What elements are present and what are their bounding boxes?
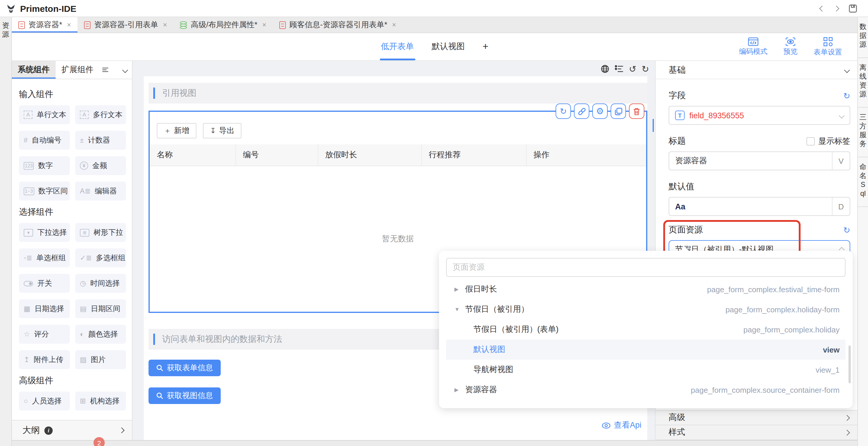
table-header-cell[interactable]: 编号	[236, 144, 318, 166]
document-tab-3[interactable]: 顾客信息-资源容器引用表单*×	[273, 17, 403, 33]
title-var-button[interactable]: V	[832, 152, 850, 170]
left-rail-tab-resources[interactable]: 资源	[2, 21, 9, 39]
outline-expand-icon[interactable]	[119, 427, 125, 433]
arrow-collapsed-icon[interactable]: ▶	[455, 286, 465, 292]
dropdown-item-4[interactable]: 导航树视图view_1	[446, 360, 845, 380]
arrow-expanded-icon[interactable]: ▼	[455, 307, 465, 312]
dropdown-scrollbar[interactable]	[848, 345, 851, 383]
info-icon[interactable]: i	[44, 426, 53, 435]
palette-tab-extension[interactable]: 扩展组件	[56, 61, 99, 79]
palette-scroll[interactable]: 输入组件A单行文本A多行文本#自动编号±计数器123数字¥金额1~3数字区间A≣…	[12, 79, 132, 420]
view-tab-0[interactable]: 低开表单	[381, 33, 414, 60]
title-input[interactable]: 资源容器 V	[669, 152, 850, 170]
delete-icon[interactable]	[629, 103, 644, 119]
auto-number-icon: #	[24, 136, 28, 144]
close-icon[interactable]: ×	[392, 21, 396, 29]
default-var-button[interactable]: D	[832, 197, 850, 215]
top-action-0[interactable]: 编码模式	[739, 37, 767, 57]
document-tab-1[interactable]: 资源容器-引用表单×	[78, 17, 174, 33]
add-button[interactable]: ＋ 新增	[157, 123, 196, 138]
page-resource-dropdown: 页面资源 ▶假日时长page_form_complex.festival_tim…	[439, 251, 852, 408]
palette-item-dropdown-select[interactable]: ▾下拉选择	[19, 223, 70, 242]
export-button[interactable]: ↧ 导出	[203, 123, 241, 138]
document-tab-0[interactable]: 资源容器*×	[12, 17, 78, 33]
dropdown-item-1[interactable]: ▼节假日（被引用）page_form_complex.holiday-form	[446, 299, 845, 319]
globe-icon[interactable]	[600, 64, 610, 73]
gear-icon[interactable]: ⚙	[592, 103, 608, 119]
palette-item-date-range[interactable]: ▤日期区间	[75, 299, 126, 318]
palette-item-org-select[interactable]: ⊞机构选择	[75, 391, 126, 411]
props-section-basic[interactable]: 基础	[656, 61, 857, 79]
palette-list-icon[interactable]	[102, 61, 109, 79]
view-tab-1[interactable]: 默认视图	[432, 33, 465, 60]
palette-tab-system[interactable]: 系统组件	[12, 61, 56, 79]
default-value-input[interactable]: Aa D	[669, 197, 850, 216]
document-tab-2[interactable]: 高级/布局控件属性*×	[174, 17, 273, 33]
table-header-cell[interactable]: 名称	[150, 144, 236, 166]
view-api-link[interactable]: 查看Api	[144, 420, 647, 440]
palette-item-editor[interactable]: A≣编辑器	[75, 182, 126, 200]
props-section-style[interactable]: 样式	[656, 425, 857, 440]
palette-collapse-icon[interactable]	[123, 61, 127, 79]
dropdown-item-3[interactable]: 默认视图view	[446, 340, 845, 360]
palette-item-color-picker[interactable]: ◐颜色选择	[75, 325, 126, 344]
save-icon[interactable]	[848, 4, 857, 13]
undo-icon[interactable]: ↺	[629, 64, 637, 73]
table-header-cell[interactable]: 放假时长	[318, 144, 421, 166]
palette-item-date-picker[interactable]: ▦日期选择	[19, 299, 70, 318]
palette-item-auto-number[interactable]: #自动编号	[19, 131, 70, 150]
palette-item-radio-group[interactable]: ◦≣单选框组	[19, 249, 70, 267]
dropdown-item-0[interactable]: ▶假日时长page_form_complex.festival_time-for…	[446, 279, 845, 299]
palette-item-image[interactable]: ▨图片	[75, 350, 126, 369]
palette-item-currency[interactable]: ¥金额	[75, 156, 126, 175]
right-rail-tab-3[interactable]: 命名Sql	[858, 157, 868, 207]
field-select[interactable]: T field_89356555	[669, 106, 850, 125]
refresh-icon[interactable]: ↻	[843, 226, 850, 234]
palette-item-single-line-text[interactable]: A单行文本	[19, 105, 70, 124]
copy-icon[interactable]	[611, 103, 626, 119]
right-rail-tab-2[interactable]: 三方服务	[858, 108, 868, 157]
top-action-2[interactable]: 表单设置	[813, 36, 842, 57]
close-icon[interactable]: ×	[67, 21, 71, 29]
arrow-collapsed-icon[interactable]: ▶	[455, 387, 465, 393]
redo-icon[interactable]: ↻	[642, 64, 649, 73]
palette-item-number-range[interactable]: 1~3数字区间	[19, 182, 70, 200]
right-rail-tab-0[interactable]: 数据源	[858, 17, 868, 58]
outline-bar[interactable]: 大纲 i	[12, 420, 132, 440]
palette-item-tree-dropdown[interactable]: ≣树形下拉	[75, 223, 126, 242]
outline-tree-icon[interactable]	[615, 65, 624, 72]
palette-item-label: 评分	[34, 329, 49, 339]
outline-label: 大纲	[23, 425, 40, 436]
dropdown-search-input[interactable]: 页面资源	[446, 258, 845, 277]
add-view-tab-button[interactable]: +	[483, 41, 489, 53]
palette-item-upload[interactable]: ↥附件上传	[19, 350, 70, 369]
nav-back-icon[interactable]	[819, 5, 825, 11]
palette-item-multi-line-text[interactable]: A多行文本	[75, 105, 126, 124]
palette-item-number[interactable]: 123数字	[19, 156, 70, 175]
right-rail-tab-1[interactable]: 离线资源	[858, 58, 868, 108]
get-form-info-button[interactable]: 获取表单信息	[149, 360, 221, 376]
bottom-scrollbar-strip[interactable]	[12, 440, 857, 446]
palette-item-rating[interactable]: ☆评分	[19, 325, 70, 344]
nav-forward-icon[interactable]	[833, 5, 839, 11]
table-header-cell[interactable]: 行程推荐	[421, 144, 526, 166]
close-icon[interactable]: ×	[163, 21, 167, 29]
primeton-logo-icon	[6, 3, 16, 13]
show-label-checkbox[interactable]	[806, 137, 815, 145]
palette-item-counter[interactable]: ±计数器	[75, 131, 126, 150]
get-view-info-button[interactable]: 获取视图信息	[149, 387, 221, 404]
dropdown-item-5[interactable]: ▶资源容器page_form_complex.source_container-…	[446, 380, 845, 400]
close-icon[interactable]: ×	[262, 21, 266, 29]
palette-item-checkbox-group[interactable]: ✓≣多选框组	[75, 249, 126, 267]
palette-item-switch[interactable]: 开关	[19, 274, 70, 293]
dropdown-item-2[interactable]: 节假日（被引用）(表单)page_form_complex.holiday	[446, 319, 845, 340]
refresh-icon[interactable]: ↻	[843, 91, 850, 100]
ref-view-banner[interactable]: 引用视图	[149, 83, 647, 103]
palette-item-time-picker[interactable]: ◷时间选择	[75, 274, 126, 293]
palette-item-person-select[interactable]: ○人员选择	[19, 391, 70, 411]
refresh-icon[interactable]: ↻	[556, 103, 571, 119]
top-action-1[interactable]: 预览	[783, 37, 798, 57]
link-icon[interactable]	[574, 103, 589, 119]
table-header-cell[interactable]: 操作	[526, 144, 646, 166]
props-section-advanced[interactable]: 高级	[656, 411, 857, 425]
